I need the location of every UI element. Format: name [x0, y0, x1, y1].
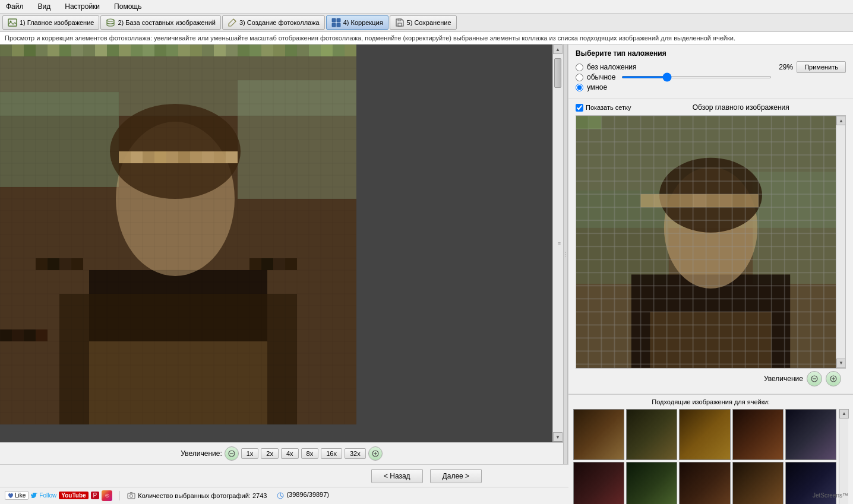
svg-rect-47 — [321, 45, 333, 56]
menu-file[interactable]: Файл — [2, 1, 27, 12]
scroll-track — [553, 54, 563, 442]
instagram-button[interactable]: ◎ — [102, 490, 112, 501]
follow-label: Follow — [39, 492, 56, 499]
left-panel: ▲ ≡ ▼ Увеличение: 1x 2x 4x 8x 16x 32x — [0, 45, 563, 464]
scroll-up-arrow[interactable]: ▲ — [553, 45, 563, 54]
panel-divider[interactable]: ⋮ — [563, 45, 568, 464]
svg-rect-54 — [166, 151, 178, 163]
no-overlay-row: без наложения — [576, 63, 772, 71]
twitter-icon — [31, 493, 38, 499]
svg-rect-21 — [12, 45, 24, 56]
svg-rect-64 — [36, 258, 48, 270]
candidates-grid-area: ▲ ▼ — [573, 409, 848, 504]
candidate-5[interactable] — [785, 409, 836, 460]
show-grid-text: Показать сетку — [586, 104, 631, 111]
svg-rect-42 — [261, 45, 273, 56]
save-icon — [395, 18, 405, 27]
menu-view[interactable]: Вид — [34, 1, 55, 12]
zoom-8x-btn[interactable]: 8x — [301, 448, 319, 459]
svg-rect-56 — [190, 151, 202, 163]
candidate-8[interactable] — [679, 462, 730, 504]
photo-count-text: Количество выбранных фотографий: 2743 — [138, 492, 267, 499]
zoom-32x-btn[interactable]: 32x — [345, 448, 366, 459]
svg-rect-49 — [345, 45, 356, 56]
mosaic-area[interactable] — [0, 45, 563, 442]
svg-point-2 — [107, 19, 114, 21]
svg-rect-55 — [178, 151, 190, 163]
divider-handle: ≡ — [558, 240, 561, 246]
normal-overlay-row: обычное — [576, 73, 772, 81]
zoom-2x-btn[interactable]: 2x — [261, 448, 279, 459]
zoom-1x-btn[interactable]: 1x — [241, 448, 259, 459]
preview-zoom-label: Увеличение — [764, 375, 803, 383]
menu-help[interactable]: Помощь — [110, 1, 145, 12]
svg-rect-43 — [273, 45, 285, 56]
like-button[interactable]: Like — [5, 491, 29, 500]
step1-button[interactable]: 1) Главное изображение — [2, 15, 99, 30]
no-overlay-radio[interactable] — [576, 64, 583, 71]
step3-button[interactable]: 3) Создание фотоколлажа — [222, 15, 325, 30]
step4-button[interactable]: 4) Коррекция — [326, 15, 388, 30]
youtube-button[interactable]: YouTube — [59, 492, 88, 499]
svg-rect-28 — [95, 45, 107, 56]
zoom-decrease-btn[interactable] — [225, 446, 239, 461]
normal-label: обычное — [587, 73, 615, 81]
show-grid-label[interactable]: Показать сетку — [576, 104, 631, 112]
scroll-thumb[interactable] — [554, 58, 561, 88]
step5-label: 5) Сохранение — [407, 19, 451, 26]
candidate-2[interactable] — [626, 409, 677, 460]
preview-scroll-down[interactable]: ▼ — [836, 359, 846, 368]
preview-scroll-track — [836, 125, 845, 359]
svg-rect-38 — [214, 45, 226, 56]
image-icon — [8, 18, 17, 27]
no-overlay-label: без наложения — [587, 63, 637, 71]
candidate-3[interactable] — [679, 409, 730, 460]
svg-rect-58 — [214, 151, 226, 163]
show-grid-checkbox[interactable] — [576, 104, 583, 112]
svg-rect-66 — [59, 258, 71, 270]
smart-label: умное — [587, 83, 607, 91]
candidate-7[interactable] — [626, 462, 677, 504]
candidates-section: Подходящие изображения для ячейки: — [568, 394, 853, 504]
youtube-label: YouTube — [61, 492, 86, 499]
step5-button[interactable]: 5) Сохранение — [390, 15, 457, 30]
svg-rect-19 — [0, 45, 356, 424]
preview-scroll-up[interactable]: ▲ — [836, 116, 846, 125]
apply-button[interactable]: Применить — [797, 61, 846, 73]
zoom-4x-btn[interactable]: 4x — [281, 448, 299, 459]
svg-rect-89 — [588, 116, 601, 129]
candidate-9[interactable] — [732, 462, 784, 504]
svg-rect-65 — [48, 258, 59, 270]
progress-icon — [276, 492, 285, 500]
smart-overlay-radio[interactable] — [576, 84, 583, 91]
menu-settings[interactable]: Настройки — [61, 1, 103, 12]
zoom-increase-btn[interactable] — [368, 446, 383, 461]
scroll-down-arrow[interactable]: ▼ — [553, 432, 563, 442]
zoom-16x-btn[interactable]: 16x — [321, 448, 342, 459]
main-content: ▲ ≡ ▼ Увеличение: 1x 2x 4x 8x 16x 32x ⋮ — [0, 45, 853, 464]
svg-rect-36 — [190, 45, 202, 56]
candidate-4[interactable] — [732, 409, 784, 460]
back-button[interactable]: < Назад — [371, 469, 423, 483]
create-icon — [228, 18, 237, 27]
follow-button[interactable]: Follow — [31, 492, 56, 499]
normal-overlay-radio[interactable] — [576, 74, 583, 81]
cand-scroll-up[interactable]: ▲ — [839, 409, 849, 419]
candidates-title: Подходящие изображения для ячейки: — [573, 398, 848, 405]
progress-count: (39896/39897) — [286, 491, 329, 498]
overlay-slider[interactable] — [621, 76, 772, 78]
forward-button[interactable]: Далее > — [430, 469, 482, 483]
preview-zoom-decrease[interactable] — [807, 371, 822, 386]
candidate-6[interactable] — [573, 462, 624, 504]
svg-rect-96 — [719, 194, 732, 207]
pinterest-button[interactable]: P — [91, 492, 100, 499]
preview-zoom-row: Увеличение — [576, 369, 846, 389]
preview-container[interactable]: ▲ ▼ — [576, 115, 846, 369]
svg-rect-59 — [226, 151, 238, 163]
svg-rect-62 — [24, 329, 36, 341]
step2-button[interactable]: 2) База составных изображений — [100, 15, 220, 30]
progress-text: (39896/39897) — [276, 491, 329, 499]
preview-zoom-increase[interactable] — [826, 371, 841, 386]
social-buttons: Like Follow YouTube P ◎ — [5, 490, 112, 501]
candidate-1[interactable] — [573, 409, 624, 460]
